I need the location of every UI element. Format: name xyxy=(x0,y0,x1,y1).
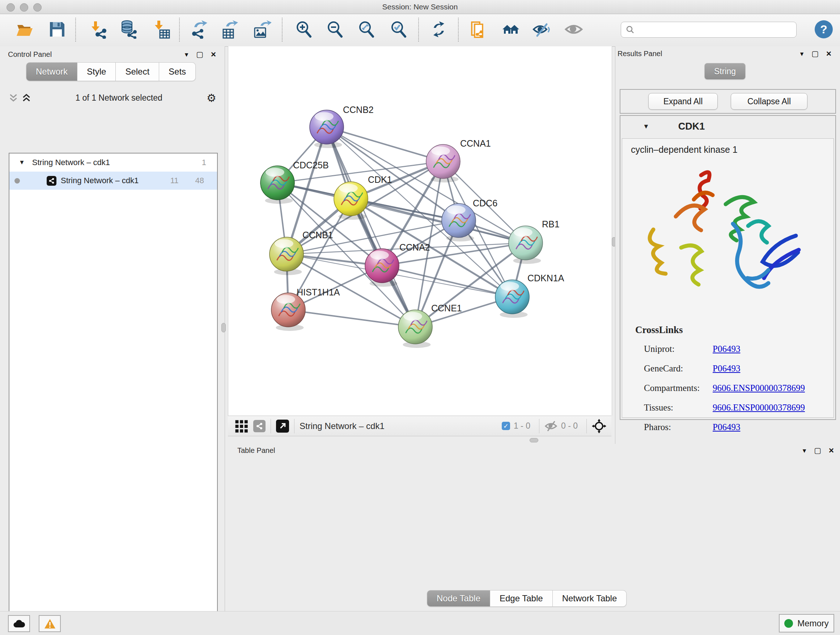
search-icon xyxy=(625,25,635,35)
panel-float-icon[interactable]: ▢ xyxy=(196,50,203,59)
grid-view-icon[interactable] xyxy=(234,419,248,433)
crosslink-link[interactable]: 9606.ENSP00000378699 xyxy=(713,383,805,393)
protein-description: cyclin–dependent kinase 1 xyxy=(631,144,834,155)
warnings-button[interactable] xyxy=(39,615,61,632)
crosslink-label: Uniprot: xyxy=(644,344,713,354)
results-panel-title: Results Panel xyxy=(617,50,662,58)
network-canvas[interactable] xyxy=(228,46,612,416)
toolbar-separator xyxy=(282,18,283,42)
cloud-button[interactable] xyxy=(8,615,30,632)
left-splitter-handle[interactable] xyxy=(221,323,226,333)
selected-counts: 1 - 0 xyxy=(514,421,531,431)
search-input[interactable] xyxy=(621,22,797,38)
tree-options-gear-icon[interactable]: ⚙ xyxy=(207,92,216,104)
tab-network[interactable]: Network xyxy=(26,62,77,81)
network-view-toolbar: String Network – cdk1 ✓ 1 - 0 0 - 0 xyxy=(228,416,611,436)
zoom-in-icon[interactable] xyxy=(294,20,313,39)
collapse-all-button[interactable]: Collapse All xyxy=(731,93,807,110)
collection-count: 1 xyxy=(202,158,206,167)
toolbar-separator xyxy=(294,419,294,433)
tab-node-table[interactable]: Node Table xyxy=(427,590,490,607)
zoom-out-icon[interactable] xyxy=(325,20,344,39)
network-collection-row[interactable]: ▼ String Network – cdk1 1 xyxy=(9,154,217,172)
crosslink-label: Pharos: xyxy=(644,422,713,432)
panel-close-icon[interactable]: ✕ xyxy=(829,447,834,455)
crosslink-label: Compartments: xyxy=(644,383,713,393)
expand-all-tree-icon[interactable] xyxy=(22,93,31,103)
crosslink-row: GeneCard: P06493 xyxy=(644,359,834,378)
toolbar-separator xyxy=(418,18,419,42)
string-network-icon xyxy=(47,176,57,186)
help-button[interactable]: ? xyxy=(815,20,833,38)
memory-button[interactable]: Memory xyxy=(779,614,834,632)
tree-expand-icon[interactable]: ▼ xyxy=(19,159,25,166)
panel-float-icon[interactable]: ▢ xyxy=(812,49,819,58)
results-button-bar: Expand All Collapse All xyxy=(620,89,836,114)
panel-menu-icon[interactable]: ▾ xyxy=(185,50,188,59)
protein-structure-image xyxy=(639,162,810,314)
import-network-icon[interactable] xyxy=(88,20,107,39)
crosslink-row: Pharos: P06493 xyxy=(644,417,834,437)
show-eye-icon[interactable] xyxy=(564,20,583,39)
zoom-fit-icon[interactable] xyxy=(357,20,376,39)
export-network-icon[interactable] xyxy=(189,20,208,39)
panel-menu-icon[interactable]: ▾ xyxy=(800,50,804,58)
toolbar-separator xyxy=(586,419,587,433)
homes-icon[interactable] xyxy=(501,20,520,39)
memory-label: Memory xyxy=(797,618,829,629)
title-bar: Session: New Session xyxy=(0,0,840,14)
crosslink-link[interactable]: P06493 xyxy=(713,422,740,432)
network-view-title: String Network – cdk1 xyxy=(300,421,385,431)
export-image-icon[interactable] xyxy=(253,20,271,39)
crosslink-link[interactable]: P06493 xyxy=(713,344,740,354)
refresh-icon[interactable] xyxy=(429,20,448,39)
save-session-icon[interactable] xyxy=(48,20,66,39)
crosslink-label: GeneCard: xyxy=(644,363,713,374)
tab-style[interactable]: Style xyxy=(77,62,116,81)
section-title: CDK1 xyxy=(678,121,705,132)
network-tree: ▼ String Network – cdk1 1 String Network… xyxy=(9,153,218,635)
cloud-icon xyxy=(13,619,25,628)
toolbar-separator xyxy=(458,18,459,42)
crosslinks-list: Uniprot: P06493 GeneCard: P06493 Compart… xyxy=(644,339,834,437)
selected-checkbox-icon[interactable]: ✓ xyxy=(502,422,510,430)
panel-float-icon[interactable]: ▢ xyxy=(814,446,821,455)
fit-selected-crosshair-icon[interactable] xyxy=(592,419,606,433)
network-collection-label: String Network – cdk1 xyxy=(32,158,110,167)
open-session-icon[interactable] xyxy=(15,20,34,39)
results-panel: Results Panel ▾ ▢ ✕ String Expand All Co… xyxy=(615,46,840,444)
copy-network-icon[interactable] xyxy=(469,20,488,39)
tab-select[interactable]: Select xyxy=(116,62,159,81)
table-panel: Table Panel ▾ ▢ ✕ ⚙ xyxy=(228,444,840,611)
network-type-icon[interactable] xyxy=(253,420,265,432)
status-bar: Memory xyxy=(0,611,840,635)
crosslink-link[interactable]: P06493 xyxy=(713,363,740,374)
tab-network-table[interactable]: Network Table xyxy=(553,590,627,607)
main-toolbar: ? xyxy=(0,14,840,47)
birdseye-view-icon[interactable] xyxy=(276,420,289,432)
panel-menu-icon[interactable]: ▾ xyxy=(803,447,806,455)
crosslink-link[interactable]: 9606.ENSP00000378699 xyxy=(713,402,805,413)
hide-eye-icon[interactable] xyxy=(532,20,551,39)
expand-all-button[interactable]: Expand All xyxy=(648,93,718,110)
hidden-eye-icon[interactable] xyxy=(545,421,557,432)
tab-sets[interactable]: Sets xyxy=(159,62,196,81)
import-database-icon[interactable] xyxy=(119,20,138,39)
network-row-selected[interactable]: String Network – cdk1 11 48 xyxy=(9,172,217,190)
panel-close-icon[interactable]: ✕ xyxy=(826,50,832,58)
import-table-icon[interactable] xyxy=(152,20,171,39)
zoom-selected-icon[interactable] xyxy=(389,20,408,39)
network-selection-status: 1 of 1 Network selected xyxy=(31,93,207,103)
panel-close-icon[interactable]: ✕ xyxy=(210,50,216,59)
bottom-splitter-handle[interactable] xyxy=(530,438,538,442)
crosslink-row: Compartments: 9606.ENSP00000378699 xyxy=(644,378,834,398)
toolbar-separator xyxy=(539,419,539,433)
node-count: 11 xyxy=(171,176,179,185)
tab-edge-table[interactable]: Edge Table xyxy=(490,590,553,607)
collapse-all-tree-icon[interactable] xyxy=(9,93,18,103)
section-collapse-icon[interactable]: ▼ xyxy=(643,123,649,130)
application-window: Session: New Session xyxy=(0,0,840,635)
tab-string[interactable]: String xyxy=(704,63,745,80)
network-row-label: String Network – cdk1 xyxy=(61,176,139,185)
export-table-icon[interactable] xyxy=(220,20,239,39)
